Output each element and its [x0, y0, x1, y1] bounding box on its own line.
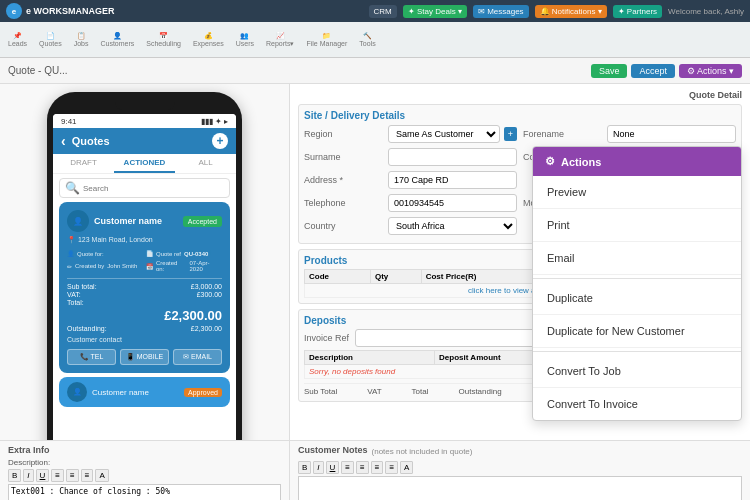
action-duplicate[interactable]: Duplicate	[533, 282, 741, 315]
phone-customer-row: 👤 Customer name Accepted	[67, 210, 222, 232]
duplicate-label: Duplicate	[547, 292, 593, 304]
delivery-forename-input[interactable]	[607, 125, 736, 143]
phone-second-avatar: 👤	[67, 382, 87, 402]
phone-tab-draft[interactable]: DRAFT	[53, 154, 114, 173]
phone-tab-actioned[interactable]: ACTIONED	[114, 154, 175, 173]
toolbar-pin[interactable]: 📌Leads	[8, 32, 27, 47]
notes-align-right-btn[interactable]: ≡	[371, 461, 384, 474]
crm-button[interactable]: CRM	[369, 5, 397, 18]
partners-button[interactable]: ✦ Partners	[613, 5, 662, 18]
delivery-region-add-btn[interactable]: +	[504, 127, 517, 141]
align-center-btn[interactable]: ≡	[66, 469, 79, 482]
customer-notes-title: Customer Notes	[298, 445, 368, 455]
notes-color-btn[interactable]: A	[400, 461, 413, 474]
convert-job-label: Convert To Job	[547, 365, 621, 377]
bottom-left-panel: Extra Info Description: B I U ≡ ≡ ≡ A Te…	[0, 441, 290, 500]
phone-quote-ref: 📄 Quote ref QU-0340	[146, 250, 222, 257]
description-label: Description:	[8, 458, 281, 467]
toolbar-users[interactable]: 👥Users	[236, 32, 254, 47]
action-duplicate-new-customer[interactable]: Duplicate for New Customer	[533, 315, 741, 348]
bold-btn[interactable]: B	[8, 469, 21, 482]
phone-second-name: Customer name	[92, 388, 179, 397]
left-panel: 9:41 ▮▮▮ ✦ ▸ ‹ Quotes + DRAFT ACTIONED A…	[0, 84, 290, 500]
description-textarea[interactable]: Text001 : Chance of closing : 50%	[8, 484, 281, 500]
delivery-telephone-input[interactable]	[388, 194, 517, 212]
accept-button[interactable]: Accept	[631, 64, 675, 78]
print-label: Print	[547, 219, 570, 231]
logo-text: e WORKSMANAGER	[26, 6, 115, 16]
toolbar-reports[interactable]: 📈Reports▾	[266, 32, 295, 48]
preview-label: Preview	[547, 186, 586, 198]
toolbar-tools[interactable]: 🔨Tools	[359, 32, 375, 47]
delivery-surname-input[interactable]	[388, 148, 517, 166]
delivery-region-label: Region	[304, 129, 384, 139]
phone-total-label-row: Total:	[67, 299, 222, 306]
phone-approved-badge: Approved	[184, 388, 222, 397]
toolbar-customers[interactable]: 👤Customers	[100, 32, 134, 47]
delivery-title: Site / Delivery Details	[304, 110, 405, 121]
delivery-address-input[interactable]	[388, 171, 517, 189]
toolbar-jobs[interactable]: 📋Jobs	[74, 32, 89, 47]
phone-search-input[interactable]	[83, 184, 224, 193]
notifications-button[interactable]: 🔔 Notifications ▾	[535, 5, 607, 18]
align-left-btn[interactable]: ≡	[51, 469, 64, 482]
phone-header-title: Quotes	[72, 135, 110, 147]
action-convert-to-job[interactable]: Convert To Job	[533, 355, 741, 388]
phone-mockup: 9:41 ▮▮▮ ✦ ▸ ‹ Quotes + DRAFT ACTIONED A…	[47, 92, 242, 482]
actions-button[interactable]: ⚙ Actions ▾	[679, 64, 742, 78]
delivery-region-row: Region Same As Customer +	[304, 125, 517, 143]
color-btn[interactable]: A	[95, 469, 108, 482]
notes-align-center-btn[interactable]: ≡	[356, 461, 369, 474]
phone-status-badge: Accepted	[183, 216, 222, 227]
phone-add-icon[interactable]: +	[212, 133, 228, 149]
align-right-btn[interactable]: ≡	[81, 469, 94, 482]
delivery-country-row: Country South Africa	[304, 217, 517, 235]
underline-btn[interactable]: U	[36, 469, 50, 482]
delivery-country-select[interactable]: South Africa	[388, 217, 517, 235]
phone-signal: ▮▮▮ ✦ ▸	[201, 117, 228, 126]
action-print[interactable]: Print	[533, 209, 741, 242]
toolbar-file-manager[interactable]: 📁File Manager	[306, 32, 347, 47]
toolbar-quotes[interactable]: 📄Quotes	[39, 32, 62, 47]
notes-align-left-btn[interactable]: ≡	[341, 461, 354, 474]
delivery-region-select[interactable]: Same As Customer	[388, 125, 500, 143]
notes-italic-btn[interactable]: I	[313, 461, 323, 474]
phone-email-button[interactable]: ✉ EMAIL	[173, 349, 222, 365]
customer-notes-textarea[interactable]	[298, 476, 742, 500]
action-email[interactable]: Email	[533, 242, 741, 275]
invoice-ref-label: Invoice Ref	[304, 333, 349, 343]
phone-avatar: 👤	[67, 210, 89, 232]
phone-tel-button[interactable]: 📞 TEL	[67, 349, 116, 365]
bottom-bar: Extra Info Description: B I U ≡ ≡ ≡ A Te…	[0, 440, 750, 500]
italic-btn[interactable]: I	[23, 469, 33, 482]
messages-button[interactable]: ✉ Messages	[473, 5, 529, 18]
delivery-header: Site / Delivery Details	[304, 110, 736, 121]
phone-contact-label: Customer contact	[67, 336, 222, 343]
toolbar-scheduling[interactable]: 📅Scheduling	[146, 32, 181, 47]
phone-search-bar[interactable]: 🔍	[59, 178, 230, 198]
notes-underline-btn[interactable]: U	[326, 461, 340, 474]
convert-invoice-label: Convert To Invoice	[547, 398, 638, 410]
phone-mobile-button[interactable]: 📱 MOBILE	[120, 349, 169, 365]
save-button[interactable]: Save	[591, 64, 628, 78]
stay-deals-button[interactable]: ✦ Stay Deals ▾	[403, 5, 467, 18]
main-content: 9:41 ▮▮▮ ✦ ▸ ‹ Quotes + DRAFT ACTIONED A…	[0, 84, 750, 500]
phone-quote-for: 👤 Quote for:	[67, 250, 143, 257]
phone-status-bar: 9:41 ▮▮▮ ✦ ▸	[53, 114, 236, 128]
text-editor-toolbar: B I U ≡ ≡ ≡ A	[8, 469, 281, 482]
col-code: Code	[305, 270, 371, 284]
notes-bold-btn[interactable]: B	[298, 461, 311, 474]
phone-time: 9:41	[61, 117, 77, 126]
phone-tab-all[interactable]: ALL	[175, 154, 236, 173]
delivery-country-label: Country	[304, 221, 384, 231]
action-preview[interactable]: Preview	[533, 176, 741, 209]
action-convert-to-invoice[interactable]: Convert To Invoice	[533, 388, 741, 420]
toolbar-expenses[interactable]: 💰Expenses	[193, 32, 224, 47]
logo-circle: e	[6, 3, 22, 19]
notes-list-btn[interactable]: ≡	[385, 461, 398, 474]
phone-created-on: 📅 Created on: 07-Apr-2020	[146, 260, 222, 272]
delivery-telephone-label: Telephone	[304, 198, 384, 208]
phone-info-grid: 👤 Quote for: 📄 Quote ref QU-0340 ✏ Creat…	[67, 250, 222, 272]
logo: e e WORKSMANAGER	[6, 3, 115, 19]
phone-back-icon[interactable]: ‹	[61, 133, 66, 149]
